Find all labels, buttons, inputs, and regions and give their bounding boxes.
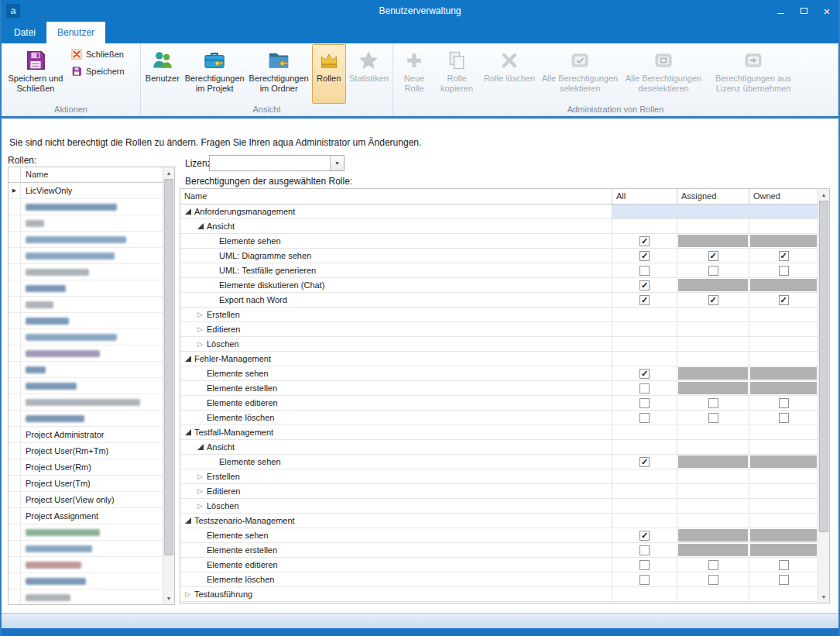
tab-datei[interactable]: Datei <box>3 22 46 43</box>
tab-benutzer[interactable]: Benutzer <box>46 22 105 43</box>
owned-cell[interactable] <box>749 558 818 572</box>
scroll-up-icon[interactable]: ▲ <box>818 189 829 201</box>
table-row[interactable]: Elemente erstellen <box>180 381 818 396</box>
table-row[interactable]: Elemente diskutieren (Chat)✓ <box>180 278 818 293</box>
save-button[interactable]: Speichern <box>68 64 131 80</box>
all-cell[interactable]: ✓ <box>612 366 677 380</box>
checkbox-checked[interactable]: ✓ <box>639 236 650 246</box>
assigned-cell[interactable] <box>677 396 749 410</box>
all-cell[interactable] <box>612 396 677 410</box>
table-row[interactable]: ▷Editieren <box>180 322 818 337</box>
scroll-thumb[interactable] <box>164 179 173 555</box>
scroll-track[interactable] <box>163 179 174 593</box>
checkbox-unchecked[interactable] <box>779 560 789 570</box>
all-cell[interactable]: ✓ <box>612 293 677 307</box>
table-row[interactable]: Elemente löschen <box>180 572 818 587</box>
column-header-owned[interactable]: Owned <box>749 189 818 204</box>
close-button[interactable]: × <box>815 0 838 22</box>
list-item[interactable] <box>9 573 163 590</box>
assigned-cell[interactable] <box>677 572 749 586</box>
save-and-close-button[interactable]: Speichern und Schließen <box>4 44 67 104</box>
all-cell[interactable] <box>612 263 677 277</box>
table-row[interactable]: Elemente sehen✓ <box>180 234 818 249</box>
checkbox-unchecked[interactable] <box>779 413 789 423</box>
dropdown-arrow-icon[interactable]: ▼ <box>330 156 344 170</box>
list-item[interactable] <box>9 378 163 394</box>
owned-cell[interactable] <box>749 263 818 277</box>
checkbox-checked[interactable]: ✓ <box>639 369 650 379</box>
list-item[interactable] <box>9 248 163 264</box>
list-item[interactable]: Project User(Rm+Tm) <box>9 443 163 459</box>
collapse-icon[interactable] <box>196 223 207 229</box>
list-item[interactable] <box>9 411 163 427</box>
list-item[interactable]: Project Assignment <box>9 508 163 524</box>
list-item[interactable]: Project User(Rm) <box>9 459 163 476</box>
table-row[interactable]: Elemente sehen✓ <box>180 528 818 543</box>
list-item[interactable] <box>9 215 163 232</box>
minimize-button[interactable] <box>769 0 792 22</box>
checkbox-unchecked[interactable] <box>639 560 650 570</box>
table-row[interactable]: ▷Erstellen <box>180 308 818 322</box>
assigned-cell[interactable]: ✓ <box>677 249 749 263</box>
owned-cell[interactable] <box>749 411 818 425</box>
list-item[interactable]: Project Administrator <box>9 427 163 443</box>
list-item[interactable]: Project User(Tm) <box>9 476 163 492</box>
table-row[interactable]: ▷Erstellen <box>180 469 818 484</box>
list-item[interactable] <box>9 590 163 604</box>
checkbox-unchecked[interactable] <box>639 383 650 394</box>
checkbox-checked[interactable]: ✓ <box>779 251 789 261</box>
expand-icon[interactable]: ▷ <box>196 340 207 348</box>
checkbox-checked[interactable]: ✓ <box>779 295 789 305</box>
scroll-down-icon[interactable]: ▼ <box>163 593 174 604</box>
checkbox-unchecked[interactable] <box>708 575 718 585</box>
list-item[interactable] <box>9 524 163 541</box>
scroll-thumb[interactable] <box>819 201 828 532</box>
checkbox-unchecked[interactable] <box>708 560 718 570</box>
table-row[interactable]: Elemente editieren <box>180 396 818 411</box>
license-dropdown[interactable]: ▼ <box>209 155 345 171</box>
list-item[interactable] <box>9 329 163 346</box>
permissions-scrollbar[interactable]: ▲ ▼ <box>818 189 829 603</box>
table-row[interactable]: Elemente sehen✓ <box>180 366 818 381</box>
all-cell[interactable]: ✓ <box>612 234 677 248</box>
table-row[interactable]: Elemente sehen✓ <box>180 455 818 469</box>
project-permissions-button[interactable]: Berechtigungen im Projekt <box>183 44 246 104</box>
benutzer-view-button[interactable]: Benutzer <box>143 44 182 104</box>
table-row[interactable]: ▷Testausführung <box>180 587 818 602</box>
all-cell[interactable] <box>612 572 677 586</box>
list-item[interactable] <box>9 394 163 411</box>
checkbox-unchecked[interactable] <box>639 266 650 276</box>
all-cell[interactable]: ✓ <box>612 455 677 469</box>
list-item[interactable]: Project User(View only) <box>9 492 163 508</box>
owned-cell[interactable] <box>749 572 818 586</box>
checkbox-checked[interactable]: ✓ <box>639 280 650 290</box>
all-cell[interactable]: ✓ <box>612 249 677 263</box>
checkbox-unchecked[interactable] <box>639 545 650 555</box>
table-row[interactable]: Ansicht <box>180 219 818 234</box>
checkbox-checked[interactable]: ✓ <box>639 251 650 261</box>
expand-icon[interactable]: ▷ <box>196 502 207 510</box>
checkbox-checked[interactable]: ✓ <box>639 457 650 467</box>
table-row[interactable]: UML: Diagramme sehen✓✓✓ <box>180 249 818 263</box>
all-cell[interactable] <box>612 543 677 557</box>
column-header-all[interactable]: All <box>612 189 677 204</box>
owned-cell[interactable]: ✓ <box>749 293 818 307</box>
table-row[interactable]: ▷Löschen <box>180 499 818 514</box>
table-row[interactable]: Fehler-Management <box>180 352 818 366</box>
checkbox-unchecked[interactable] <box>639 575 650 585</box>
expand-icon[interactable]: ▷ <box>196 487 207 495</box>
table-row[interactable]: Anforderungsmanagement <box>180 205 818 219</box>
list-item[interactable]: ▶LicViewOnly <box>9 183 163 199</box>
checkbox-unchecked[interactable] <box>708 413 718 423</box>
list-item[interactable] <box>9 280 163 297</box>
expand-icon[interactable]: ▷ <box>183 590 194 598</box>
expand-icon[interactable]: ▷ <box>196 325 207 333</box>
checkbox-unchecked[interactable] <box>779 398 789 408</box>
list-item[interactable] <box>9 199 163 215</box>
table-row[interactable]: Testszenario-Management <box>180 514 818 528</box>
checkbox-unchecked[interactable] <box>708 398 718 408</box>
collapse-icon[interactable] <box>183 356 194 362</box>
checkbox-unchecked[interactable] <box>779 266 789 276</box>
checkbox-checked[interactable]: ✓ <box>639 295 650 305</box>
checkbox-unchecked[interactable] <box>779 575 789 585</box>
